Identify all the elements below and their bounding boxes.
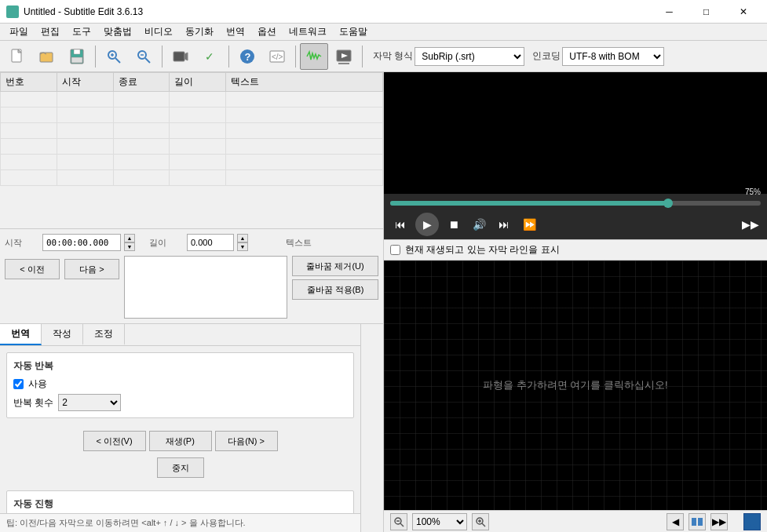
next-frame-btn[interactable]: ⏭ (494, 216, 514, 233)
start-up-btn[interactable]: ▲ (124, 234, 135, 242)
encoding-label: 인코딩 (532, 49, 561, 63)
title-bar: Untitled - Subtitle Edit 3.6.13 ─ □ ✕ (0, 0, 767, 24)
volume-btn[interactable]: 🔊 (469, 216, 489, 233)
start-field-group: ▲ ▼ (42, 234, 135, 251)
waveform-button[interactable] (300, 43, 328, 70)
menu-item-4[interactable]: 비디오 (138, 24, 179, 40)
start-down-btn[interactable]: ▼ (124, 242, 135, 251)
spellcheck-button[interactable]: ✓ (196, 43, 225, 70)
text-area-wrapper: < 이전 다음 > 줄바꿈 제거(U) 줄바꿈 적용(B) (5, 256, 378, 319)
zoom-select[interactable]: 50% 75% 100% 125% 150% (412, 513, 467, 530)
tab-writing[interactable]: 작성 (42, 324, 83, 345)
menu-item-8[interactable]: 네트워크 (283, 24, 333, 40)
format-select[interactable]: SubRip (.srt) Advanced Sub Station Alpha… (415, 47, 524, 66)
subtitle-table: 번호 시작 종료 길이 텍스트 (0, 72, 383, 186)
menu-item-7[interactable]: 옵션 (251, 24, 283, 40)
col-end: 종료 (113, 73, 170, 92)
auto-repeat-use-label: 사용 (28, 377, 47, 391)
menu-item-0[interactable]: 파일 (3, 24, 35, 40)
auto-repeat-use-row: 사용 (13, 377, 347, 391)
code-button[interactable]: </> (263, 43, 291, 70)
help-button[interactable]: ? (233, 43, 261, 70)
start-spinner: ▲ ▼ (124, 234, 135, 251)
video-play-btn[interactable]: ▶ (415, 213, 439, 236)
menu-item-6[interactable]: 번역 (220, 24, 251, 40)
svg-text:</>: </> (272, 53, 283, 61)
auto-progress-title: 자동 진행 (13, 497, 347, 511)
open-button[interactable] (33, 43, 61, 70)
prev-play-btn[interactable]: < 이전(V) (83, 431, 146, 451)
find-button[interactable] (100, 43, 128, 70)
video-button[interactable] (166, 43, 195, 70)
duration-input[interactable] (187, 234, 234, 251)
svg-rect-31 (698, 518, 703, 526)
remove-linebreak-btn[interactable]: 줄바꿈 제거(U) (292, 256, 378, 276)
menu-item-2[interactable]: 도구 (66, 24, 97, 40)
prev-frame-nav-btn[interactable]: ◀ (667, 513, 684, 530)
encoding-select[interactable]: UTF-8 with BOM UTF-8 UTF-16 ANSI (562, 47, 664, 66)
tab-translation[interactable]: 번역 (0, 324, 42, 345)
replace-button[interactable] (130, 43, 158, 70)
table-row[interactable] (1, 123, 383, 139)
bookmark-btn[interactable] (743, 513, 761, 530)
sep4 (295, 46, 296, 67)
table-row[interactable] (1, 170, 383, 186)
prev-subtitle-btn[interactable]: < 이전 (5, 259, 60, 279)
menu-item-9[interactable]: 도움말 (333, 24, 374, 40)
col-start: 시작 (57, 73, 113, 92)
start-time-input[interactable] (42, 234, 121, 251)
subtitle-text-input[interactable] (124, 256, 287, 319)
tab-adjustment[interactable]: 조정 (83, 324, 125, 345)
svg-rect-22 (338, 63, 349, 64)
zoom-out-btn[interactable] (390, 513, 407, 530)
maximize-button[interactable]: □ (688, 0, 724, 24)
stop-btn[interactable]: 중지 (157, 457, 204, 478)
edit-area: 시작 ▲ ▼ 길이 ▲ ▼ 텍스트 (0, 229, 383, 324)
minimize-button[interactable]: ─ (652, 0, 687, 24)
duration-up-btn[interactable]: ▲ (237, 234, 248, 242)
table-row[interactable] (1, 92, 383, 107)
progress-bar[interactable] (390, 201, 761, 206)
main-content: 번호 시작 종료 길이 텍스트 (0, 72, 767, 532)
window-title: Untitled - Subtitle Edit 3.6.13 (24, 6, 652, 17)
save-button[interactable] (63, 43, 91, 70)
video-stop-btn[interactable]: ⏹ (444, 216, 464, 233)
skip-back-btn[interactable]: ⏮ (390, 216, 411, 233)
show-subtitle-checkbox[interactable] (390, 245, 400, 255)
waveform-area[interactable]: 파형을 추가하려면 여기를 클릭하십시오! (384, 261, 767, 510)
svg-rect-5 (71, 57, 82, 63)
zoom-in-btn[interactable] (472, 513, 489, 530)
jump-btn[interactable]: ▶▶ (710, 513, 728, 530)
toolbar: ✓ ? </> 자막 형식 SubRip (.srt) Advanced Sub… (0, 41, 767, 72)
svg-marker-14 (184, 53, 188, 60)
video-player-button[interactable] (330, 43, 358, 70)
col-text: 텍스트 (226, 73, 383, 92)
panel-tabs: 번역 작성 조정 (0, 324, 360, 346)
next-play-btn[interactable]: 다음(N) > (215, 431, 278, 451)
video-checkbox-row: 현재 재생되고 있는 자막 라인을 표시 (384, 239, 767, 261)
svg-rect-13 (173, 52, 184, 61)
apply-linebreak-btn[interactable]: 줄바꿈 적용(B) (292, 279, 378, 300)
table-row[interactable] (1, 107, 383, 123)
new-button[interactable] (3, 43, 31, 70)
play-btn[interactable]: 재생(P) (149, 431, 212, 451)
timeline-btn[interactable] (688, 513, 706, 530)
menu-item-3[interactable]: 맞춤법 (97, 24, 138, 40)
close-button[interactable]: ✕ (725, 0, 761, 24)
video-upper (384, 72, 767, 194)
progress-fill (390, 201, 668, 206)
repeat-count-select[interactable]: 1 2 3 4 5 (58, 394, 121, 411)
menu-item-5[interactable]: 동기화 (179, 24, 220, 40)
skip-fwd-btn[interactable]: ▶▶ (740, 216, 761, 233)
svg-line-24 (400, 523, 404, 527)
next-subtitle-btn[interactable]: 다음 > (64, 259, 119, 279)
menu-item-1[interactable]: 편집 (35, 24, 66, 40)
format-label: 자막 형식 (373, 49, 413, 63)
auto-repeat-checkbox[interactable] (13, 379, 24, 389)
auto-repeat-title: 자동 반복 (13, 359, 347, 373)
duration-down-btn[interactable]: ▼ (237, 242, 248, 251)
table-row[interactable] (1, 155, 383, 170)
slow-motion-btn[interactable]: ⏩ (519, 216, 539, 233)
table-row[interactable] (1, 139, 383, 155)
text-label-static: 텍스트 (286, 237, 312, 249)
